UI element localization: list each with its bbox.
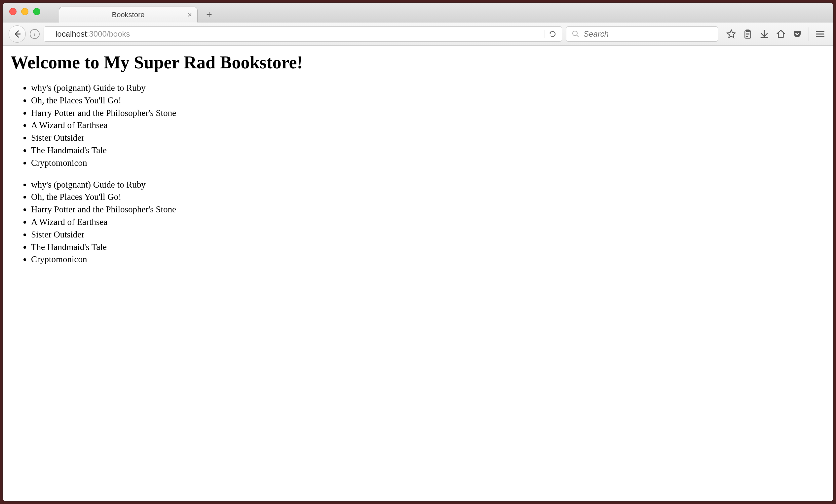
book-list-2: why's (poignant) Guide to Ruby Oh, the P… [31,179,825,266]
home-button[interactable] [774,27,788,41]
navigation-toolbar: i localhost:3000/books [3,22,833,45]
minimize-window-button[interactable] [21,8,28,15]
tab-title: Bookstore [112,11,145,19]
list-item: Sister Outsider [31,229,825,241]
home-icon [776,29,786,39]
list-item: Cryptomonicon [31,253,825,266]
list-item: Harry Potter and the Philosopher's Stone [31,107,825,120]
pocket-button[interactable] [790,27,804,41]
list-item: Oh, the Places You'll Go! [31,95,825,107]
window-controls [9,8,40,15]
clipboard-icon [743,29,753,39]
download-arrow-icon [759,29,769,39]
tab-bookstore[interactable]: Bookstore × [59,6,197,22]
toolbar-separator [809,27,809,41]
list-item: The Handmaid's Tale [31,241,825,254]
menu-button[interactable] [813,27,828,41]
page-content: Welcome to My Super Rad Bookstore! why's… [3,45,833,501]
list-item: Harry Potter and the Philosopher's Stone [31,203,825,216]
search-icon [572,30,580,38]
reading-list-button[interactable] [741,27,755,41]
svg-line-1 [576,35,578,37]
list-item: why's (poignant) Guide to Ruby [31,179,825,191]
list-item: A Wizard of Earthsea [31,216,825,229]
maximize-window-button[interactable] [33,8,40,15]
bookmark-star-button[interactable] [724,27,739,41]
list-item: Sister Outsider [31,132,825,144]
hamburger-icon [815,29,825,39]
back-button[interactable] [8,25,26,43]
list-item: Cryptomonicon [31,157,825,170]
search-bar[interactable] [566,26,718,42]
url-divider [50,30,50,38]
reload-button[interactable] [545,30,556,38]
list-item: why's (poignant) Guide to Ruby [31,82,825,95]
tab-strip: Bookstore × + [59,3,217,22]
star-icon [726,29,736,39]
list-item: Oh, the Places You'll Go! [31,191,825,203]
list-item: A Wizard of Earthsea [31,119,825,132]
toolbar-icons [722,27,828,41]
close-tab-icon[interactable]: × [187,10,192,19]
url-text: localhost:3000/books [56,30,540,39]
site-info-icon[interactable]: i [30,29,40,39]
pocket-icon [792,29,802,39]
downloads-button[interactable] [757,27,772,41]
list-item: The Handmaid's Tale [31,144,825,157]
url-bar[interactable]: localhost:3000/books [44,26,562,42]
close-window-button[interactable] [9,8,17,15]
back-arrow-icon [13,30,22,39]
titlebar: Bookstore × + [3,3,833,22]
browser-window: Bookstore × + i localhost:3000/books [3,3,833,501]
url-path: :3000/books [87,30,130,38]
search-input[interactable] [584,30,712,39]
reload-icon [549,30,556,38]
url-host: localhost [56,30,87,38]
book-list-1: why's (poignant) Guide to Ruby Oh, the P… [31,82,825,170]
page-title: Welcome to My Super Rad Bookstore! [11,52,825,73]
new-tab-button[interactable]: + [201,8,217,21]
